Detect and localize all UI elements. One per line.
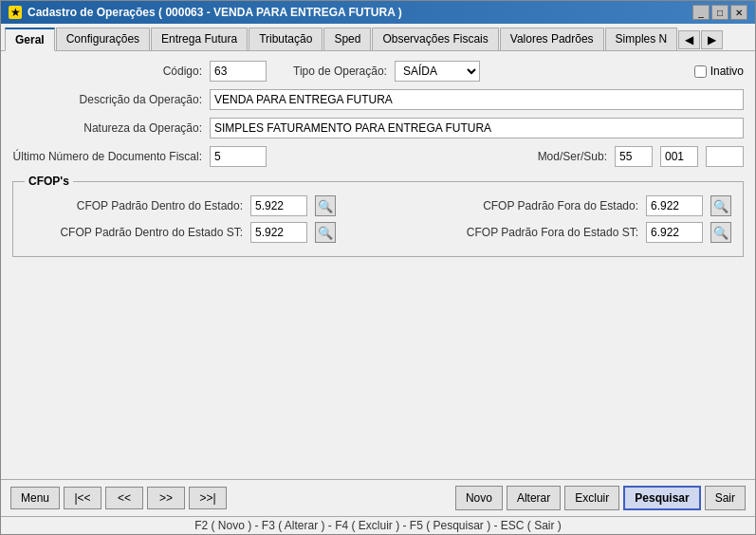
cfops-fieldset: CFOP's CFOP Padrão Dentro do Estado: 🔍 C… (12, 175, 744, 257)
tipo-operacao-select[interactable]: SAÍDA ENTRADA (395, 61, 480, 82)
tab-sped[interactable]: Sped (323, 28, 371, 50)
alterar-button[interactable]: Alterar (507, 486, 561, 510)
tab-entrega-futura[interactable]: Entrega Futura (151, 28, 248, 50)
last-button[interactable]: >>| (189, 487, 227, 509)
next-button[interactable]: >> (147, 487, 185, 509)
inativo-checkbox[interactable] (694, 65, 707, 78)
dentro-estado-st-label: CFOP Padrão Dentro do Estado ST: (25, 226, 243, 239)
sair-button[interactable]: Sair (705, 486, 746, 510)
maximize-button[interactable]: □ (711, 5, 728, 20)
cfops-legend: CFOP's (25, 175, 73, 188)
fora-estado-st-label: CFOP Padrão Fora do Estado ST: (420, 226, 638, 239)
codigo-input[interactable] (210, 61, 267, 82)
main-content: Código: Tipo de Operação: SAÍDA ENTRADA … (1, 51, 755, 479)
ultimo-numero-row: Último Número de Documento Fiscal: Mod/S… (12, 146, 744, 167)
codigo-label: Código: (12, 65, 202, 78)
mod-input[interactable] (615, 146, 653, 167)
tab-valores-padroes[interactable]: Valores Padrões (500, 28, 604, 50)
fora-estado-search-button[interactable]: 🔍 (710, 195, 731, 216)
mod-ser-sub-label: Mod/Ser/Sub: (538, 150, 607, 163)
descricao-label: Descrição da Operação: (12, 93, 202, 106)
minimize-button[interactable]: _ (692, 5, 710, 20)
cfop-row-2: CFOP Padrão Dentro do Estado ST: 🔍 CFOP … (25, 222, 731, 243)
fora-estado-st-input[interactable] (646, 222, 703, 243)
descricao-row: Descrição da Operação: (12, 89, 744, 110)
descricao-input[interactable] (210, 89, 744, 110)
dentro-estado-st-search-button[interactable]: 🔍 (315, 222, 336, 243)
codigo-row: Código: Tipo de Operação: SAÍDA ENTRADA … (12, 61, 744, 82)
pesquisar-button[interactable]: Pesquisar (623, 486, 700, 510)
ultimo-numero-label: Último Número de Documento Fiscal: (12, 150, 202, 163)
tab-bar: Geral Configurações Entrega Futura Tribu… (1, 24, 755, 51)
cfop-row-1: CFOP Padrão Dentro do Estado: 🔍 CFOP Pad… (25, 195, 731, 216)
ser-input[interactable] (660, 146, 698, 167)
tab-observacoes[interactable]: Observações Fiscais (372, 28, 498, 50)
fora-estado-input[interactable] (646, 195, 703, 216)
status-bar: F2 ( Novo ) - F3 ( Alterar ) - F4 ( Excl… (1, 516, 755, 534)
bottom-bar: Menu |<< << >> >>| Novo Alterar Excluir … (1, 479, 755, 516)
prev-button[interactable]: << (105, 487, 143, 509)
tab-nav-next[interactable]: ▶ (701, 30, 723, 49)
excluir-button[interactable]: Excluir (564, 486, 619, 510)
tab-simples-n[interactable]: Simples N (605, 28, 678, 50)
natureza-label: Natureza da Operação: (12, 121, 202, 135)
dentro-estado-input[interactable] (250, 195, 307, 216)
sub-input[interactable] (706, 146, 744, 167)
tipo-operacao-label: Tipo de Operação: (293, 65, 387, 78)
close-button[interactable]: ✕ (730, 5, 747, 20)
fora-estado-label: CFOP Padrão Fora do Estado: (420, 199, 638, 212)
dentro-estado-label: CFOP Padrão Dentro do Estado: (25, 199, 243, 212)
menu-button[interactable]: Menu (10, 487, 60, 509)
window-icon: ★ (9, 6, 22, 19)
tab-configuracoes[interactable]: Configurações (56, 28, 150, 50)
nav-buttons: Menu |<< << >> >>| (10, 487, 227, 509)
dentro-estado-search-button[interactable]: 🔍 (315, 195, 336, 216)
dentro-estado-st-input[interactable] (250, 222, 307, 243)
tab-tributacao[interactable]: Tributação (249, 28, 323, 50)
status-text: F2 ( Novo ) - F3 ( Alterar ) - F4 ( Excl… (194, 519, 562, 532)
novo-button[interactable]: Novo (455, 486, 503, 510)
window-title: Cadastro de Operações ( 000063 - VENDA P… (28, 6, 402, 19)
inativo-group: Inativo (694, 65, 744, 78)
natureza-input[interactable] (210, 118, 744, 138)
main-window: ★ Cadastro de Operações ( 000063 - VENDA… (0, 0, 756, 535)
action-buttons: Novo Alterar Excluir Pesquisar Sair (455, 486, 746, 510)
ultimo-numero-input[interactable] (210, 146, 267, 167)
first-button[interactable]: |<< (64, 487, 101, 509)
inativo-label: Inativo (710, 65, 744, 78)
natureza-row: Natureza da Operação: (12, 118, 744, 138)
title-bar: ★ Cadastro de Operações ( 000063 - VENDA… (1, 1, 755, 24)
tab-nav-prev[interactable]: ◀ (678, 30, 700, 49)
tab-geral[interactable]: Geral (5, 28, 55, 51)
fora-estado-st-search-button[interactable]: 🔍 (710, 222, 731, 243)
